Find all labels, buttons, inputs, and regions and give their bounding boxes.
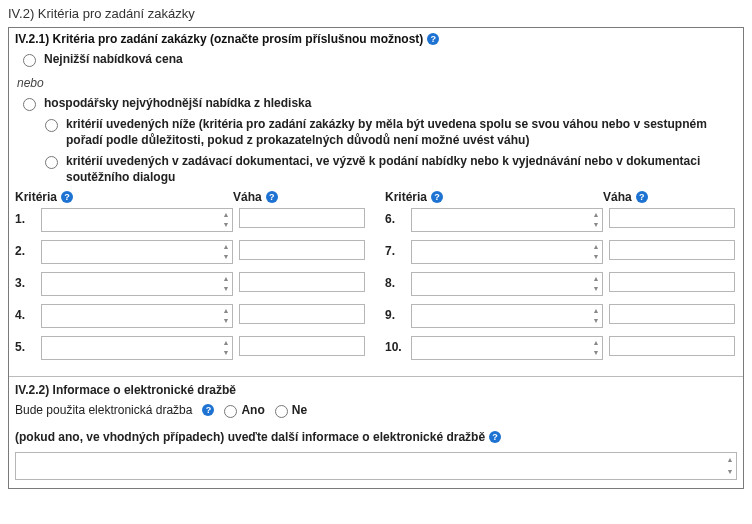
radio-lowest-price[interactable] (23, 54, 36, 67)
col-weight-label: Váha (233, 190, 262, 204)
spinner-icon[interactable]: ▲▼ (591, 306, 601, 326)
subsection-iv22-header: IV.2.2) Informace o elektronické dražbě (9, 376, 743, 401)
weight-input-6[interactable] (609, 208, 735, 228)
criteria-row-2: 2. ▲▼ (15, 240, 367, 264)
weight-input-7[interactable] (609, 240, 735, 260)
radio-economic[interactable] (23, 98, 36, 111)
spinner-icon[interactable]: ▲▼ (591, 210, 601, 230)
radio-row-criteria-below: kritérií uvedených níže (kritéria pro za… (9, 115, 743, 152)
criteria-input-10[interactable] (411, 336, 603, 360)
criteria-num: 5. (15, 336, 35, 354)
radio-ed-no[interactable] (275, 405, 288, 418)
weight-input-1[interactable] (239, 208, 365, 228)
criteria-num: 1. (15, 208, 35, 226)
criteria-input-7[interactable] (411, 240, 603, 264)
col-criteria-label: Kritéria (385, 190, 427, 204)
criteria-num: 6. (385, 208, 405, 226)
criteria-row-7: 7. ▲▼ (385, 240, 737, 264)
criteria-row-1: 1. ▲▼ (15, 208, 367, 232)
radio-row-economic: hospodářsky nejvýhodnější nabídka z hled… (9, 94, 743, 116)
ed-details-input[interactable] (15, 452, 737, 480)
criteria-input-4[interactable] (41, 304, 233, 328)
help-icon[interactable]: ? (266, 191, 278, 203)
spinner-icon[interactable]: ▲▼ (221, 338, 231, 358)
criteria-grid: Kritéria ? Váha ? 1. ▲▼ 2. ▲▼ 3. ▲▼ 4. ▲… (9, 190, 743, 376)
radio-row-criteria-docs: kritérií uvedených v zadávací dokumentac… (9, 152, 743, 189)
spinner-icon[interactable]: ▲▼ (591, 338, 601, 358)
weight-input-8[interactable] (609, 272, 735, 292)
spinner-icon[interactable]: ▲▼ (221, 242, 231, 262)
criteria-row-4: 4. ▲▼ (15, 304, 367, 328)
weight-input-5[interactable] (239, 336, 365, 356)
criteria-num: 3. (15, 272, 35, 290)
help-icon[interactable]: ? (427, 33, 439, 45)
radio-criteria-below[interactable] (45, 119, 58, 132)
criteria-input-8[interactable] (411, 272, 603, 296)
spinner-icon[interactable]: ▲▼ (725, 454, 735, 478)
col-criteria-label: Kritéria (15, 190, 57, 204)
or-label: nebo (9, 72, 743, 94)
ed-prompt: (pokud ano, ve vhodných případech) uveďt… (9, 426, 743, 450)
subsection-iv21-header: IV.2.1) Kritéria pro zadání zakázky (ozn… (9, 28, 743, 50)
criteria-input-6[interactable] (411, 208, 603, 232)
criteria-col-right: Kritéria ? Váha ? 6. ▲▼ 7. ▲▼ 8. ▲▼ 9. ▲… (385, 190, 737, 368)
weight-input-2[interactable] (239, 240, 365, 260)
criteria-num: 4. (15, 304, 35, 322)
criteria-num: 2. (15, 240, 35, 258)
criteria-input-1[interactable] (41, 208, 233, 232)
criteria-row-3: 3. ▲▼ (15, 272, 367, 296)
radio-criteria-below-label: kritérií uvedených níže (kritéria pro za… (66, 117, 737, 148)
criteria-input-9[interactable] (411, 304, 603, 328)
weight-input-3[interactable] (239, 272, 365, 292)
spinner-icon[interactable]: ▲▼ (221, 210, 231, 230)
radio-criteria-docs-label: kritérií uvedených v zadávací dokumentac… (66, 154, 737, 185)
help-icon[interactable]: ? (489, 431, 501, 443)
help-icon[interactable]: ? (202, 404, 214, 416)
ed-row: Bude použita elektronická dražba ? Ano N… (9, 401, 743, 426)
criteria-num: 9. (385, 304, 405, 322)
spinner-icon[interactable]: ▲▼ (221, 274, 231, 294)
criteria-num: 10. (385, 336, 405, 354)
criteria-num: 8. (385, 272, 405, 290)
criteria-num: 7. (385, 240, 405, 258)
radio-ed-yes[interactable] (224, 405, 237, 418)
radio-ed-no-label: Ne (292, 403, 307, 417)
help-icon[interactable]: ? (431, 191, 443, 203)
criteria-input-3[interactable] (41, 272, 233, 296)
weight-input-4[interactable] (239, 304, 365, 324)
criteria-input-2[interactable] (41, 240, 233, 264)
section-title: IV.2) Kritéria pro zadání zakázky (8, 6, 744, 21)
spinner-icon[interactable]: ▲▼ (591, 274, 601, 294)
radio-ed-yes-label: Ano (241, 403, 264, 417)
criteria-row-10: 10. ▲▼ (385, 336, 737, 360)
col-head-left: Kritéria ? Váha ? (15, 190, 367, 204)
criteria-row-5: 5. ▲▼ (15, 336, 367, 360)
subsection-iv21-title: IV.2.1) Kritéria pro zadání zakázky (ozn… (15, 32, 423, 46)
weight-input-10[interactable] (609, 336, 735, 356)
spinner-icon[interactable]: ▲▼ (221, 306, 231, 326)
radio-economic-label: hospodářsky nejvýhodnější nabídka z hled… (44, 96, 311, 112)
col-head-right: Kritéria ? Váha ? (385, 190, 737, 204)
panel-iv2: IV.2.1) Kritéria pro zadání zakázky (ozn… (8, 27, 744, 489)
criteria-row-8: 8. ▲▼ (385, 272, 737, 296)
criteria-row-9: 9. ▲▼ (385, 304, 737, 328)
help-icon[interactable]: ? (636, 191, 648, 203)
criteria-row-6: 6. ▲▼ (385, 208, 737, 232)
ed-question-label: Bude použita elektronická dražba (15, 403, 192, 417)
ed-prompt-label: (pokud ano, ve vhodných případech) uveďt… (15, 430, 485, 444)
criteria-col-left: Kritéria ? Váha ? 1. ▲▼ 2. ▲▼ 3. ▲▼ 4. ▲… (15, 190, 367, 368)
weight-input-9[interactable] (609, 304, 735, 324)
radio-row-lowest-price: Nejnižší nabídková cena (9, 50, 743, 72)
criteria-input-5[interactable] (41, 336, 233, 360)
col-weight-label: Váha (603, 190, 632, 204)
spinner-icon[interactable]: ▲▼ (591, 242, 601, 262)
radio-criteria-docs[interactable] (45, 156, 58, 169)
help-icon[interactable]: ? (61, 191, 73, 203)
radio-lowest-price-label: Nejnižší nabídková cena (44, 52, 183, 68)
